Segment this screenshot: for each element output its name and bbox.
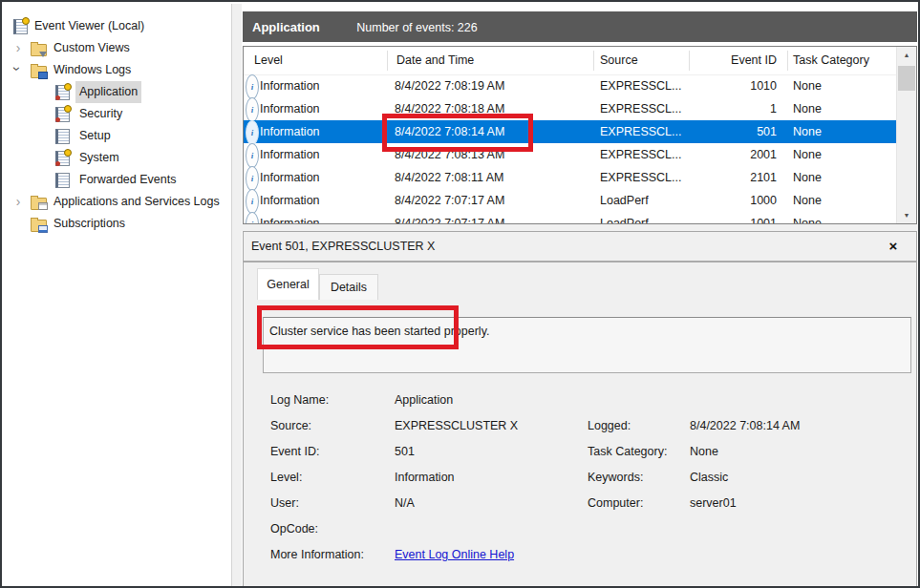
cell-level: Information <box>260 120 320 143</box>
event-log-online-help-link[interactable]: Event Log Online Help <box>395 546 514 563</box>
column-divider[interactable] <box>787 51 788 71</box>
chevron-right-icon[interactable]: › <box>11 37 25 58</box>
table-row[interactable]: i Information 8/4/2022 7:08:19 AM EXPRES… <box>244 74 897 97</box>
cell-datetime: 8/4/2022 7:08:13 AM <box>395 143 504 166</box>
sidebar-item-label: Subscriptions <box>53 213 125 235</box>
chevron-down-icon[interactable]: › <box>7 62 28 75</box>
log-title: Application <box>252 20 320 34</box>
column-divider[interactable] <box>689 51 690 71</box>
scroll-up-icon[interactable]: ▲ <box>897 47 916 63</box>
sidebar-item-security[interactable]: Security <box>4 103 231 125</box>
cell-task-category: None <box>793 189 822 212</box>
sidebar-item-label-selected: Application <box>75 81 141 103</box>
field-value-logged: 8/4/2022 7:08:14 AM <box>690 417 800 434</box>
cell-source: EXPRESSCL... <box>600 74 681 97</box>
sidebar-item-label: System <box>79 147 119 169</box>
event-list-header: Level Date and Time Source Event ID Task… <box>244 47 897 75</box>
field-label: User: <box>270 494 299 512</box>
sidebar-item-event-viewer-local[interactable]: Event Viewer (Local) <box>4 15 231 37</box>
table-row[interactable]: i Information 8/4/2022 7:08:18 AM EXPRES… <box>244 97 897 120</box>
cell-event-id: 1001 <box>689 212 777 223</box>
column-divider[interactable] <box>593 51 594 71</box>
field-label: Log Name: <box>270 391 329 409</box>
table-row-selected[interactable]: i Information 8/4/2022 7:08:14 AM EXPRES… <box>244 120 897 143</box>
cell-level: Information <box>260 189 320 212</box>
event-detail-pane: Event 501, EXPRESSCLUSTER X × General De… <box>243 231 917 588</box>
sidebar-item-forwarded-events[interactable]: Forwarded Events <box>4 169 231 191</box>
field-label: Computer: <box>588 494 643 512</box>
field-label: Logged: <box>588 417 631 434</box>
event-description-box[interactable]: Cluster service has been started properl… <box>263 317 911 373</box>
sidebar-item-label: Setup <box>79 125 111 147</box>
cell-datetime: 8/4/2022 7:08:18 AM <box>395 97 504 120</box>
cell-event-id: 1 <box>689 97 777 120</box>
table-row[interactable]: i Information 8/4/2022 7:08:13 AM EXPRES… <box>244 143 897 166</box>
detail-title: Event 501, EXPRESSCLUSTER X <box>251 240 435 253</box>
event-description: Cluster service has been started properl… <box>269 325 489 338</box>
field-label: Level: <box>270 469 302 486</box>
windows-logs-folder-icon <box>31 66 47 78</box>
forwarded-events-log-icon <box>55 173 70 188</box>
cell-source: EXPRESSCL... <box>600 143 681 166</box>
sidebar-item-label: Event Viewer (Local) <box>34 15 144 37</box>
sidebar-item-application[interactable]: Application <box>4 81 231 103</box>
information-icon: i <box>246 166 259 191</box>
table-row[interactable]: i Information 8/4/2022 7:07:17 AM LoadPe… <box>244 212 897 223</box>
cell-event-id: 501 <box>689 120 777 143</box>
console-tree-sidebar: Event Viewer (Local) › Custom Views › Wi… <box>4 4 231 588</box>
cell-event-id: 2001 <box>689 143 777 166</box>
sidebar-item-setup[interactable]: Setup <box>4 125 231 147</box>
cell-level: Information <box>260 212 320 223</box>
vertical-scrollbar[interactable]: ▲ ▼ <box>896 47 916 223</box>
detail-header: Event 501, EXPRESSCLUSTER X × <box>244 232 916 262</box>
cell-source: EXPRESSCL... <box>600 97 681 120</box>
system-log-icon <box>55 151 70 166</box>
cell-level: Information <box>260 97 320 120</box>
table-row[interactable]: i Information 8/4/2022 7:07:17 AM LoadPe… <box>244 189 897 212</box>
field-label: Event ID: <box>270 443 319 460</box>
field-value-source: EXPRESSCLUSTER X <box>395 417 518 434</box>
event-viewer-window: Event Viewer (Local) › Custom Views › Wi… <box>0 0 920 588</box>
column-header-date-time[interactable]: Date and Time <box>396 47 474 74</box>
cell-task-category: None <box>793 120 822 143</box>
field-value-event-id: 501 <box>395 443 415 460</box>
scrollbar-thumb[interactable] <box>898 66 915 91</box>
information-icon: i <box>246 120 259 145</box>
log-title-bar: Application Number of events: 226 <box>243 11 917 42</box>
information-icon: i <box>246 143 259 168</box>
tree-splitter[interactable] <box>231 4 242 588</box>
sidebar-item-label: Applications and Services Logs <box>53 191 220 213</box>
field-label: OpCode: <box>270 520 318 537</box>
cell-datetime: 8/4/2022 7:08:19 AM <box>395 74 504 97</box>
sidebar-item-subscriptions[interactable]: Subscriptions <box>4 213 231 235</box>
event-viewer-icon <box>13 19 28 34</box>
setup-log-icon <box>55 129 70 144</box>
sidebar-item-applications-and-services-logs[interactable]: › Applications and Services Logs <box>4 191 231 213</box>
custom-views-folder-icon <box>31 44 47 56</box>
application-log-icon <box>55 85 70 100</box>
table-row[interactable]: i Information 8/4/2022 7:08:11 AM EXPRES… <box>244 166 897 189</box>
sidebar-item-system[interactable]: System <box>4 147 231 169</box>
column-divider[interactable] <box>387 51 388 71</box>
column-header-source[interactable]: Source <box>600 47 638 74</box>
column-header-event-id[interactable]: Event ID <box>689 47 777 74</box>
scroll-down-icon[interactable]: ▼ <box>897 207 916 223</box>
sidebar-item-label: Custom Views <box>53 37 130 59</box>
sidebar-item-custom-views[interactable]: › Custom Views <box>4 37 231 59</box>
cell-source: LoadPerf <box>600 212 649 223</box>
sidebar-item-label: Security <box>79 103 122 125</box>
column-header-task-category[interactable]: Task Category <box>793 47 869 74</box>
sidebar-item-windows-logs[interactable]: › Windows Logs <box>4 59 231 81</box>
tab-details[interactable]: Details <box>319 274 378 300</box>
cell-level: Information <box>260 166 320 189</box>
preview-pane-splitter[interactable] <box>241 224 920 231</box>
close-icon[interactable]: × <box>884 236 903 257</box>
information-icon: i <box>246 97 259 122</box>
tab-general[interactable]: General <box>257 268 319 300</box>
event-list-panel: Level Date and Time Source Event ID Task… <box>243 46 917 224</box>
cell-task-category: None <box>793 212 822 223</box>
information-icon: i <box>246 74 259 99</box>
column-header-level[interactable]: Level <box>254 47 283 74</box>
sidebar-item-label: Forwarded Events <box>79 169 176 191</box>
chevron-right-icon[interactable]: › <box>11 191 25 212</box>
